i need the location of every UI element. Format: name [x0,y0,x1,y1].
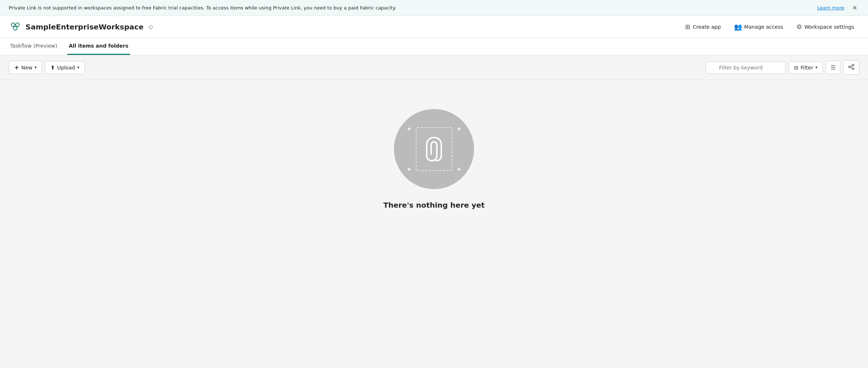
filter-keyword-input[interactable] [706,61,786,74]
workspace-icon [9,20,22,33]
paperclip-icon [425,135,443,164]
svg-line-4 [13,26,14,27]
new-button[interactable]: + New ▾ [9,61,42,74]
toolbar-left: + New ▾ ⬆ Upload ▾ [9,61,85,74]
filter-icon: ⊟ [794,65,798,71]
workspace-settings-button[interactable]: ⚙ Workspace settings [791,20,859,33]
new-chevron-icon: ▾ [35,65,37,70]
list-view-icon: ☰ [830,64,836,71]
manage-access-label: Manage access [744,24,783,30]
create-app-icon: ⊞ [685,23,690,31]
svg-point-7 [849,66,851,68]
new-label: New [21,65,32,71]
svg-line-9 [850,65,852,67]
toolbar: + New ▾ ⬆ Upload ▾ 🔍 ⊟ Filter ▾ ☰ [0,55,868,80]
svg-point-1 [16,23,19,27]
empty-state-illustration: ✦ ✦ ✦ ✦ [394,109,474,189]
upload-button[interactable]: ⬆ Upload ▾ [45,61,84,74]
header-left: SampleEnterpriseWorkspace ◇ [9,20,153,33]
sparkle-tr: ✦ [456,125,462,133]
filter-label: Filter [801,65,813,71]
tab-taskflow-label: Taskflow (Preview) [10,43,57,49]
svg-line-5 [16,26,17,27]
sparkle-tl: ✦ [406,125,412,133]
svg-point-0 [11,23,15,27]
sparkle-br: ✦ [456,165,462,173]
info-banner: Private Link is not supported in workspa… [0,0,868,16]
tabs-bar: Taskflow (Preview) All items and folders [0,38,868,55]
page-header: SampleEnterpriseWorkspace ◇ ⊞ Create app… [0,16,868,38]
manage-access-button[interactable]: 👥 Manage access [729,20,788,33]
tab-taskflow[interactable]: Taskflow (Preview) [9,38,59,55]
toolbar-right: 🔍 ⊟ Filter ▾ ☰ [706,60,859,75]
learn-more-link[interactable]: Learn more [817,5,844,11]
dashed-rect: ✦ ✦ ✦ ✦ [416,127,452,171]
svg-line-10 [850,67,852,68]
workspace-settings-label: Workspace settings [804,24,854,30]
banner-message: Private Link is not supported in workspa… [9,5,814,11]
svg-point-8 [852,68,854,70]
search-wrapper: 🔍 [706,61,786,74]
share-button[interactable] [843,60,859,75]
create-app-button[interactable]: ⊞ Create app [680,20,726,33]
banner-close-button[interactable]: ✕ [850,4,859,12]
svg-point-6 [852,64,854,66]
upload-icon: ⬆ [50,64,55,71]
create-app-label: Create app [693,24,721,30]
upload-chevron-icon: ▾ [77,65,79,70]
empty-state-title: There's nothing here yet [383,201,485,209]
header-actions: ⊞ Create app 👥 Manage access ⚙ Workspace… [680,20,859,33]
filter-button[interactable]: ⊟ Filter ▾ [789,61,823,74]
settings-icon: ⚙ [796,23,802,31]
empty-inner: ✦ ✦ ✦ ✦ [416,127,452,171]
view-toggle-button[interactable]: ☰ [826,61,840,74]
empty-state: ✦ ✦ ✦ ✦ There's nothing here yet [0,80,868,224]
diamond-icon: ◇ [149,23,153,30]
share-icon [848,64,855,71]
filter-chevron-icon: ▾ [815,65,817,70]
tab-all-items-label: All items and folders [69,43,129,49]
upload-label: Upload [57,65,75,71]
plus-icon: + [14,64,19,71]
sparkle-bl: ✦ [406,165,412,173]
manage-access-icon: 👥 [734,23,742,31]
tab-all-items[interactable]: All items and folders [67,38,130,55]
workspace-title: SampleEnterpriseWorkspace [25,23,143,31]
